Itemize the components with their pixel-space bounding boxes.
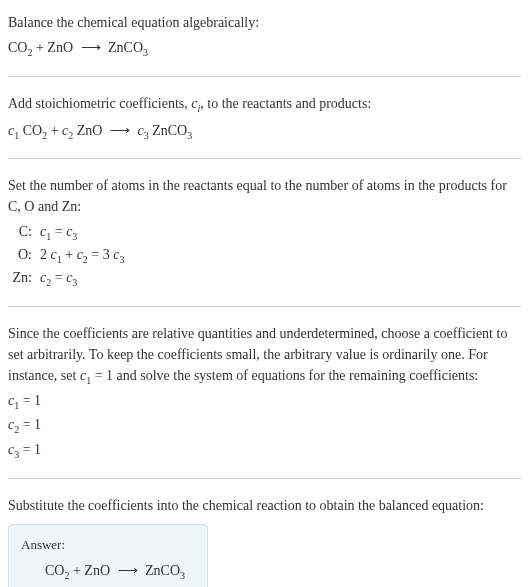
atom-row: Zn: c2 = c3: [12, 267, 521, 290]
intro-instruction: Balance the chemical equation algebraica…: [8, 12, 521, 33]
divider: [8, 306, 521, 307]
step1-equation: c1 CO2 + c2 ZnO ⟶ c3 ZnCO3: [8, 120, 521, 143]
step3-section: Since the coefficients are relative quan…: [8, 319, 521, 466]
atom-row: C: c1 = c3: [12, 221, 521, 244]
step3-text: Since the coefficients are relative quan…: [8, 323, 521, 388]
atom-label: O:: [12, 244, 36, 267]
answer-label: Answer:: [21, 535, 195, 555]
coeff-line: c3 = 1: [8, 439, 521, 462]
step2-section: Set the number of atoms in the reactants…: [8, 171, 521, 293]
step2-text: Set the number of atoms in the reactants…: [8, 175, 521, 217]
step4-section: Substitute the coefficients into the che…: [8, 491, 521, 587]
coeff-line: c2 = 1: [8, 414, 521, 437]
step4-text: Substitute the coefficients into the che…: [8, 495, 521, 516]
intro-section: Balance the chemical equation algebraica…: [8, 8, 521, 64]
intro-equation: CO2 + ZnO ⟶ ZnCO3: [8, 37, 521, 60]
step1-text: Add stoichiometric coefficients, ci, to …: [8, 93, 521, 116]
atom-label: C:: [12, 221, 36, 244]
atom-row: O: 2 c1 + c2 = 3 c3: [12, 244, 521, 267]
divider: [8, 76, 521, 77]
divider: [8, 478, 521, 479]
atom-equation: c2 = c3: [36, 267, 77, 290]
divider: [8, 158, 521, 159]
answer-equation: CO2 + ZnO ⟶ ZnCO3: [21, 554, 195, 583]
atom-equation: c1 = c3: [36, 221, 77, 244]
atom-equation: 2 c1 + c2 = 3 c3: [36, 244, 124, 267]
atom-table: C: c1 = c3 O: 2 c1 + c2 = 3 c3 Zn: c2 = …: [12, 221, 521, 289]
coeff-line: c1 = 1: [8, 390, 521, 413]
atom-label: Zn:: [12, 267, 36, 290]
answer-box: Answer: CO2 + ZnO ⟶ ZnCO3: [8, 524, 208, 587]
step1-section: Add stoichiometric coefficients, ci, to …: [8, 89, 521, 147]
